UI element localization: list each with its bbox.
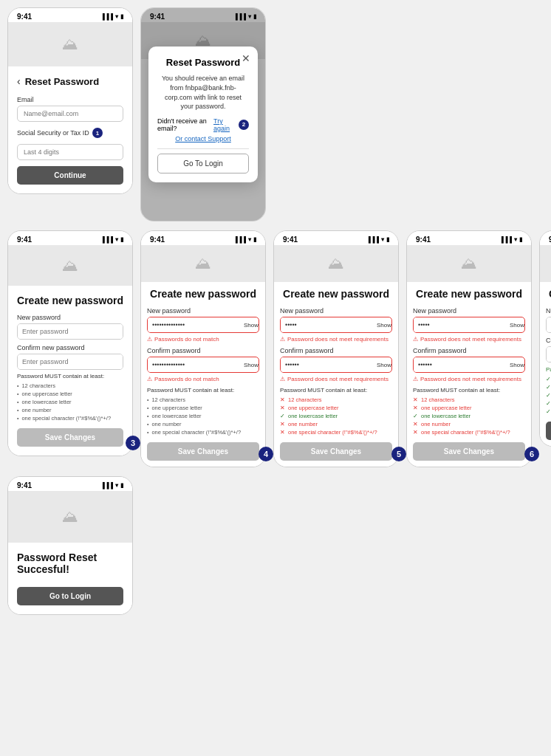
screen-4: 9:41 ▐▐▐ ▾ ▮ ⛰ Create new password New p…: [140, 230, 266, 467]
error-icon-4b: ⚠: [147, 376, 152, 382]
time-3: 9:41: [17, 236, 32, 244]
confirm-pw-input-4[interactable]: [148, 357, 239, 372]
confirm-pw-input-3[interactable]: [18, 354, 123, 369]
save-changes-btn-7[interactable]: Save Changes: [546, 422, 551, 440]
new-pw-input-3[interactable]: [18, 324, 123, 339]
confirm-pw-input-5[interactable]: [281, 357, 372, 372]
time-4: 9:41: [150, 236, 165, 244]
email-input-1[interactable]: [17, 106, 123, 122]
req-item-6-0: ✕12 characters: [413, 396, 525, 404]
contact-support-link[interactable]: Or contact Support: [157, 135, 249, 142]
req-item-4-2: •one lowercase letter: [147, 412, 259, 420]
new-pw-row-4: Show: [147, 317, 259, 333]
ssn-input[interactable]: [17, 144, 123, 160]
screen-7-content: Create new password New password Show Co…: [540, 282, 551, 446]
signal-icon: ▐▐▐: [100, 13, 113, 20]
ssn-row: Social Security or Tax ID 1: [17, 128, 123, 138]
req-item-3-3: •one number: [17, 406, 123, 414]
screen-6-content: Create new password New password Show ⚠ …: [407, 282, 531, 467]
status-icons-8: ▐▐▐ ▾ ▮: [100, 482, 123, 489]
signal-icon-5: ▐▐▐: [366, 236, 379, 243]
continue-button[interactable]: Continue: [17, 166, 123, 185]
new-pw-label-7: New password: [546, 307, 551, 315]
new-pw-row-3: [17, 323, 123, 340]
confirm-pw-input-6[interactable]: [414, 357, 505, 372]
screen-2: 9:41 ▐▐▐ ▾ ▮ ⛰ Email Password: [140, 7, 266, 221]
confirm-pw-row-3: [17, 354, 123, 370]
row-3: 9:41 ▐▐▐ ▾ ▮ ⛰ Password Reset Succesful!…: [7, 476, 544, 615]
error-icon-5a: ⚠: [280, 336, 285, 343]
ssn-label: Social Security or Tax ID: [17, 129, 89, 137]
req-title-4: Password MUST contain at least:: [147, 387, 259, 394]
wifi-icon-3: ▾: [115, 236, 118, 243]
bg-placeholder-5: ⛰: [274, 245, 398, 282]
new-pw-input-7[interactable]: [547, 317, 551, 332]
confirm-pw-label-7: Confirm password: [546, 337, 551, 344]
new-pw-input-4[interactable]: [148, 317, 239, 332]
error-msg-4a: ⚠ Passwords do not match: [147, 336, 259, 343]
req-item-6-3: ✕one number: [413, 420, 525, 428]
wifi-icon-5: ▾: [381, 236, 384, 243]
save-changes-btn-3[interactable]: Save Changes: [17, 428, 123, 447]
save-changes-btn-5[interactable]: Save Changes: [280, 442, 392, 461]
save-changes-btn-4[interactable]: Save Changes: [147, 442, 259, 461]
screen-3: 9:41 ▐▐▐ ▾ ▮ ⛰ Create new password New p…: [7, 230, 133, 456]
create-pw-heading-4: Create new password: [147, 288, 259, 300]
row-2: 9:41 ▐▐▐ ▾ ▮ ⛰ Create new password New p…: [7, 230, 544, 467]
screen-8-wrapper: 9:41 ▐▐▐ ▾ ▮ ⛰ Password Reset Succesful!…: [7, 476, 133, 615]
req-list-5: ✕12 characters ✕one uppercase letter ✓on…: [280, 396, 392, 436]
modal-close-icon[interactable]: ✕: [242, 52, 250, 64]
screen-6-wrapper: 9:41 ▐▐▐ ▾ ▮ ⛰ Create new password New p…: [406, 230, 532, 467]
req-list-7: ✓12 characters ✓one uppercase letter ✓on…: [546, 375, 551, 416]
error-icon-6a: ⚠: [413, 336, 418, 343]
req-item-4-3: •one number: [147, 420, 259, 428]
battery-icon-3: ▮: [120, 236, 123, 243]
bg-placeholder-3: ⛰: [8, 245, 132, 286]
req-item-5-3: ✕one number: [280, 420, 392, 428]
screen-3-wrapper: 9:41 ▐▐▐ ▾ ▮ ⛰ Create new password New p…: [7, 230, 133, 456]
req-item-5-2: ✓one lowercase letter: [280, 412, 392, 420]
new-pw-show-btn-5[interactable]: Show: [372, 322, 392, 329]
back-arrow-icon[interactable]: ‹: [17, 75, 21, 87]
status-icons-5: ▐▐▐ ▾ ▮: [366, 236, 389, 243]
create-pw-heading-3: Create new password: [17, 295, 123, 306]
confirm-pw-label-3: Confirm new password: [17, 344, 123, 351]
new-pw-input-6[interactable]: [414, 317, 505, 332]
confirm-pw-label-6: Confirm password: [413, 347, 525, 354]
save-changes-btn-6[interactable]: Save Changes: [413, 442, 525, 461]
bg-placeholder-1: ⛰: [8, 22, 132, 66]
req-item-3-2: •one lowercase letter: [17, 398, 123, 406]
req-title-5: Password MUST contain at least:: [280, 387, 392, 394]
try-again-link[interactable]: Try again: [213, 117, 234, 132]
req-item-5-1: ✕one uppercase letter: [280, 404, 392, 412]
new-pw-label-3: New password: [17, 314, 123, 321]
status-bar-8: 9:41 ▐▐▐ ▾ ▮: [8, 477, 132, 491]
confirm-pw-show-btn-5[interactable]: Show: [372, 362, 392, 368]
new-pw-label-6: New password: [413, 307, 525, 315]
status-bar-3: 9:41 ▐▐▐ ▾ ▮: [8, 231, 132, 245]
status-bar-6: 9:41 ▐▐▐ ▾ ▮: [407, 231, 531, 245]
didnt-receive-text: Didn't receive an email?: [157, 117, 211, 132]
mountain-icon-1: ⛰: [62, 35, 78, 54]
confirm-pw-input-7[interactable]: [547, 347, 551, 362]
req-item-4-4: •one special character (!"#$%&'()*+/?: [147, 428, 259, 436]
back-header: ‹ Reset Password: [17, 75, 123, 87]
goto-login-button-modal[interactable]: Go To Login: [157, 154, 249, 173]
screen-8: 9:41 ▐▐▐ ▾ ▮ ⛰ Password Reset Succesful!…: [7, 476, 133, 615]
goto-login-button-success[interactable]: Go to Login: [17, 587, 123, 605]
signal-icon-3: ▐▐▐: [100, 236, 113, 243]
bg-placeholder-8: ⛰: [8, 491, 132, 543]
screen-3-content: Create new password New password Confirm…: [8, 286, 132, 456]
new-pw-show-btn-4[interactable]: Show: [239, 322, 259, 329]
new-pw-show-btn-6[interactable]: Show: [505, 322, 525, 329]
screens-container: 9:41 ▐▐▐ ▾ ▮ ⛰ ‹ Reset Password: [7, 7, 544, 615]
mountain-icon-5: ⛰: [328, 254, 344, 273]
screen-2-wrapper: 9:41 ▐▐▐ ▾ ▮ ⛰ Email Password: [140, 7, 266, 221]
new-pw-row-7: Show: [546, 317, 551, 333]
req-item-7-4: ✓one special character (!"#$%&'()*+/?: [546, 408, 551, 416]
new-pw-input-5[interactable]: [281, 317, 372, 332]
confirm-pw-row-7: Hide: [546, 346, 551, 362]
screen-7: 9:41 ▐▐▐ ▾ ▮ ⛰ Create new password New p…: [539, 230, 551, 447]
confirm-pw-show-btn-6[interactable]: Show: [505, 362, 525, 368]
confirm-pw-show-btn-4[interactable]: Show: [239, 362, 259, 368]
